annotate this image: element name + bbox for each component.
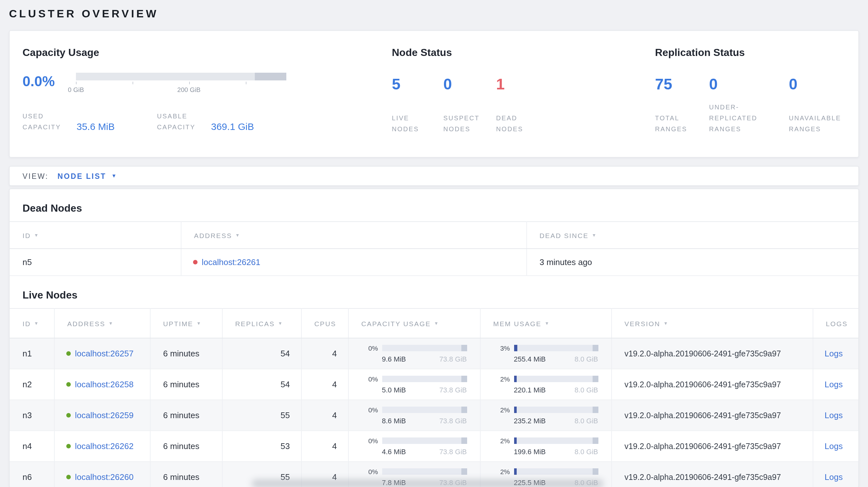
view-label: VIEW: (23, 172, 49, 180)
node-address-link[interactable]: localhost:26260 (75, 472, 133, 482)
live-col-replicas[interactable]: REPLICAS▼ (222, 309, 301, 338)
dead-col-id[interactable]: ID▼ (10, 222, 181, 249)
mem-used: 255.4 MiB (514, 355, 546, 363)
node-capacity-usage: 0% 5.0 MiB73.8 GiB (348, 369, 480, 400)
capacity-percent: 0% (358, 344, 378, 352)
live-nodes-heading: Live Nodes (10, 289, 858, 302)
usable-capacity-label: USABLE CAPACITY (157, 111, 211, 132)
node-cpus: 4 (301, 369, 348, 400)
sort-desc-icon: ▼ (196, 321, 202, 325)
dead-nodes-header-row: ID▼ ADDRESS▼ DEAD SINCE▼ (10, 222, 858, 249)
under-replicated-ranges-stat: 0 UNDER- REPLICATED RANGES (709, 73, 789, 134)
node-address-link[interactable]: localhost:26258 (75, 380, 133, 389)
page-title: CLUSTER OVERVIEW (9, 0, 859, 21)
node-address-cell: localhost:26257 (54, 338, 150, 369)
node-mem-usage: 3% 255.4 MiB8.0 GiB (480, 338, 611, 369)
live-status-dot-icon (66, 413, 70, 418)
usable-capacity-stat: USABLE CAPACITY 369.1 GiB (157, 111, 291, 132)
logs-link[interactable]: Logs (825, 380, 843, 389)
node-id: n6 (10, 462, 54, 487)
mem-total: 8.0 GiB (575, 448, 598, 455)
suspect-nodes-stat: 0 SUSPECT NODES (443, 73, 496, 134)
live-status-dot-icon (66, 444, 70, 448)
axis-label-zero: 0 GiB (68, 86, 84, 93)
view-selector-bar: VIEW: NODE LIST ▼ (9, 166, 859, 186)
axis-tick (246, 82, 246, 84)
dead-node-row: n5 localhost:26261 3 minutes ago (10, 249, 858, 276)
capacity-usage-bar (382, 407, 467, 413)
logs-link[interactable]: Logs (825, 411, 843, 420)
node-version: v19.2.0-alpha.20190606-2491-gfe735c9a97 (611, 462, 813, 487)
logs-link[interactable]: Logs (825, 441, 843, 451)
mem-percent: 2% (489, 375, 510, 383)
mem-usage-bar (514, 407, 598, 413)
node-logs-cell: Logs (813, 400, 858, 431)
total-ranges-stat: 75 TOTAL RANGES (655, 73, 709, 134)
mem-total: 8.0 GiB (575, 417, 598, 425)
live-col-cpus[interactable]: CPUS (301, 309, 348, 338)
nodes-table-card: Dead Nodes ID▼ ADDRESS▼ DEAD SINCE▼ n5 l… (9, 189, 859, 487)
dead-col-address[interactable]: ADDRESS▼ (181, 222, 526, 249)
node-replicas: 54 (222, 369, 301, 400)
node-capacity-usage: 0% 8.6 MiB73.8 GiB (348, 400, 480, 431)
logs-link[interactable]: Logs (825, 349, 843, 358)
node-address-link[interactable]: localhost:26262 (75, 441, 133, 451)
node-id: n1 (10, 338, 54, 369)
mem-usage-bar (514, 468, 598, 475)
live-status-dot-icon (66, 475, 70, 479)
node-status-heading: Node Status (392, 46, 655, 59)
capacity-axis-ticks (76, 81, 286, 85)
node-address-link[interactable]: localhost:26259 (75, 411, 133, 420)
dead-col-dead-since[interactable]: DEAD SINCE▼ (526, 222, 858, 249)
capacity-usage-bar (382, 437, 467, 444)
capacity-usage-bar (382, 345, 467, 351)
node-capacity-usage: 0% 4.6 MiB73.8 GiB (348, 431, 480, 462)
summary-card: Capacity Usage 0.0% (9, 30, 859, 158)
used-capacity-stat: USED CAPACITY 35.6 MiB (23, 111, 157, 132)
live-col-address[interactable]: ADDRESS▼ (54, 309, 150, 338)
sort-desc-icon: ▼ (434, 321, 439, 325)
live-col-capacity-usage[interactable]: CAPACITY USAGE▼ (348, 309, 480, 338)
node-capacity-usage: 0% 9.6 MiB73.8 GiB (348, 338, 480, 369)
mem-usage-bar (514, 345, 598, 351)
live-col-version[interactable]: VERSION▼ (611, 309, 813, 338)
capacity-bar-chart: 0 GiB 200 GiB (76, 73, 286, 94)
chevron-down-icon: ▼ (111, 173, 117, 179)
node-mem-usage: 2% 220.1 MiB8.0 GiB (480, 369, 611, 400)
node-id: n2 (10, 369, 54, 400)
dead-nodes-heading: Dead Nodes (10, 202, 858, 215)
sort-desc-icon: ▼ (278, 321, 283, 325)
view-selector-dropdown[interactable]: NODE LIST ▼ (58, 172, 118, 180)
capacity-percent: 0% (358, 406, 378, 414)
capacity-chart-row: 0.0% 0 GiB 200 GiB (23, 73, 392, 94)
capacity-bar-track (76, 73, 286, 80)
node-version: v19.2.0-alpha.20190606-2491-gfe735c9a97 (611, 400, 813, 431)
capacity-percent: 0% (358, 375, 378, 383)
total-ranges-count: 75 (655, 76, 709, 92)
under-replicated-label: UNDER- REPLICATED RANGES (709, 102, 789, 134)
node-address-cell: localhost:26260 (54, 462, 150, 487)
logs-link[interactable]: Logs (825, 472, 843, 482)
node-uptime: 6 minutes (150, 431, 222, 462)
live-col-id[interactable]: ID▼ (10, 309, 54, 338)
live-status-dot-icon (66, 382, 70, 387)
live-nodes-count: 5 (392, 76, 443, 92)
mem-usage-bar (514, 376, 598, 382)
capacity-usage-heading: Capacity Usage (23, 46, 392, 59)
dead-nodes-stat: 1 DEAD NODES (496, 73, 523, 134)
live-col-mem-usage[interactable]: MEM USAGE▼ (480, 309, 611, 338)
capacity-total: 73.8 GiB (439, 386, 467, 394)
live-col-logs: LOGS (813, 309, 858, 338)
live-node-row-n2: n2 localhost:26258 6 minutes 54 4 0% 5.0… (10, 369, 858, 400)
node-uptime: 6 minutes (150, 462, 222, 487)
node-mem-usage: 2% 199.6 MiB8.0 GiB (480, 431, 611, 462)
capacity-total: 73.8 GiB (439, 417, 467, 425)
capacity-used: 8.6 MiB (382, 417, 406, 425)
under-replicated-count: 0 (709, 76, 789, 92)
node-address-link[interactable]: localhost:26261 (202, 257, 260, 267)
node-version: v19.2.0-alpha.20190606-2491-gfe735c9a97 (611, 338, 813, 369)
live-col-uptime[interactable]: UPTIME▼ (150, 309, 222, 338)
node-address-link[interactable]: localhost:26257 (75, 349, 133, 358)
capacity-total: 73.8 GiB (439, 355, 467, 363)
replication-stats: 75 TOTAL RANGES 0 UNDER- REPLICATED RANG… (655, 73, 845, 134)
